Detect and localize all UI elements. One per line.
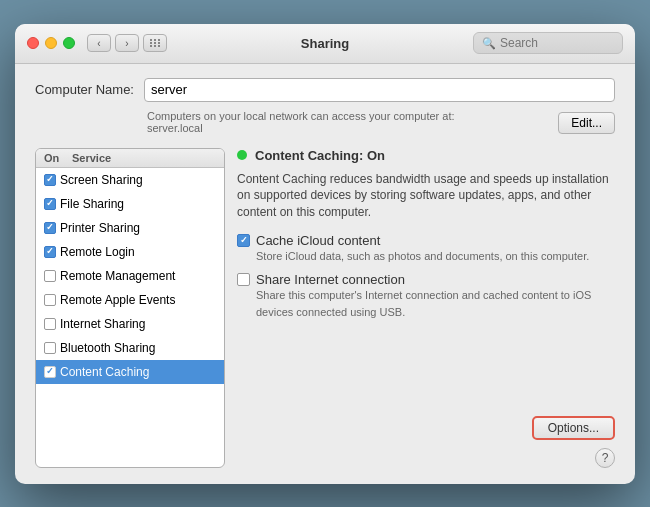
checkbox-content-caching[interactable]: ✓ bbox=[44, 366, 56, 378]
info-text: Computers on your local network can acce… bbox=[147, 110, 548, 134]
info-line2: server.local bbox=[147, 122, 203, 134]
option-text-icloud: Cache iCloud content Store iCloud data, … bbox=[256, 233, 615, 264]
checkbox-file-sharing[interactable]: ✓ bbox=[44, 198, 56, 210]
service-item-printer-sharing[interactable]: ✓ Printer Sharing bbox=[36, 216, 224, 240]
computer-name-input[interactable] bbox=[144, 78, 615, 102]
search-input[interactable] bbox=[500, 36, 614, 50]
grid-button[interactable] bbox=[143, 34, 167, 52]
status-dot bbox=[237, 150, 247, 160]
computer-name-row: Computer Name: bbox=[35, 78, 615, 102]
checkbox-bluetooth-sharing[interactable] bbox=[44, 342, 56, 354]
service-label-printer-sharing: Printer Sharing bbox=[60, 221, 140, 235]
checkbox-icloud[interactable]: ✓ bbox=[237, 234, 250, 247]
header-on: On bbox=[44, 152, 72, 164]
checkbox-internet[interactable] bbox=[237, 273, 250, 286]
option-row-icloud: ✓ Cache iCloud content Store iCloud data… bbox=[237, 233, 615, 264]
options-btn-row: Options... bbox=[237, 416, 615, 440]
option-label-internet: Share Internet connection bbox=[256, 272, 615, 287]
info-line1: Computers on your local network can acce… bbox=[147, 110, 455, 122]
option-text-internet: Share Internet connection Share this com… bbox=[256, 272, 615, 320]
checkbox-remote-management[interactable] bbox=[44, 270, 56, 282]
edit-button[interactable]: Edit... bbox=[558, 112, 615, 134]
minimize-button[interactable] bbox=[45, 37, 57, 49]
service-label-internet-sharing: Internet Sharing bbox=[60, 317, 145, 331]
nav-buttons: ‹ › bbox=[87, 34, 139, 52]
options-button[interactable]: Options... bbox=[532, 416, 615, 440]
service-item-file-sharing[interactable]: ✓ File Sharing bbox=[36, 192, 224, 216]
service-label-remote-apple-events: Remote Apple Events bbox=[60, 293, 175, 307]
help-btn-row: ? bbox=[237, 448, 615, 468]
checkbox-screen-sharing[interactable]: ✓ bbox=[44, 174, 56, 186]
service-label-remote-management: Remote Management bbox=[60, 269, 175, 283]
service-label-content-caching: Content Caching bbox=[60, 365, 149, 379]
service-label-remote-login: Remote Login bbox=[60, 245, 135, 259]
main-window: ‹ › Sharing 🔍 Computer Name: Computers o… bbox=[15, 24, 635, 484]
service-item-content-caching[interactable]: ✓ Content Caching bbox=[36, 360, 224, 384]
header-service: Service bbox=[72, 152, 111, 164]
computer-name-label: Computer Name: bbox=[35, 82, 134, 97]
service-item-bluetooth-sharing[interactable]: Bluetooth Sharing bbox=[36, 336, 224, 360]
service-item-remote-management[interactable]: Remote Management bbox=[36, 264, 224, 288]
right-panel: Content Caching: On Content Caching redu… bbox=[237, 148, 615, 468]
service-label-screen-sharing: Screen Sharing bbox=[60, 173, 143, 187]
checkbox-remote-login[interactable]: ✓ bbox=[44, 246, 56, 258]
search-box[interactable]: 🔍 bbox=[473, 32, 623, 54]
service-item-remote-apple-events[interactable]: Remote Apple Events bbox=[36, 288, 224, 312]
info-row: Computers on your local network can acce… bbox=[35, 110, 615, 134]
service-item-screen-sharing[interactable]: ✓ Screen Sharing bbox=[36, 168, 224, 192]
close-button[interactable] bbox=[27, 37, 39, 49]
services-list: On Service ✓ Screen Sharing ✓ File Shari… bbox=[35, 148, 225, 468]
checkbox-printer-sharing[interactable]: ✓ bbox=[44, 222, 56, 234]
help-button[interactable]: ? bbox=[595, 448, 615, 468]
status-row: Content Caching: On bbox=[237, 148, 615, 163]
forward-button[interactable]: › bbox=[115, 34, 139, 52]
checkmark-icloud: ✓ bbox=[240, 236, 248, 245]
content-area: Computer Name: Computers on your local n… bbox=[15, 64, 635, 484]
option-desc-internet: Share this computer's Internet connectio… bbox=[256, 289, 591, 317]
titlebar: ‹ › Sharing 🔍 bbox=[15, 24, 635, 64]
status-description: Content Caching reduces bandwidth usage … bbox=[237, 171, 615, 221]
window-title: Sharing bbox=[301, 36, 349, 51]
service-item-remote-login[interactable]: ✓ Remote Login bbox=[36, 240, 224, 264]
checkbox-remote-apple-events[interactable] bbox=[44, 294, 56, 306]
traffic-lights bbox=[27, 37, 75, 49]
service-label-bluetooth-sharing: Bluetooth Sharing bbox=[60, 341, 155, 355]
service-label-file-sharing: File Sharing bbox=[60, 197, 124, 211]
option-row-internet: Share Internet connection Share this com… bbox=[237, 272, 615, 320]
services-header: On Service bbox=[36, 149, 224, 168]
option-desc-icloud: Store iCloud data, such as photos and do… bbox=[256, 250, 589, 262]
fullscreen-button[interactable] bbox=[63, 37, 75, 49]
option-label-icloud: Cache iCloud content bbox=[256, 233, 615, 248]
back-button[interactable]: ‹ bbox=[87, 34, 111, 52]
status-title: Content Caching: On bbox=[255, 148, 385, 163]
service-item-internet-sharing[interactable]: Internet Sharing bbox=[36, 312, 224, 336]
checkbox-internet-sharing[interactable] bbox=[44, 318, 56, 330]
main-panel: On Service ✓ Screen Sharing ✓ File Shari… bbox=[35, 148, 615, 468]
search-icon: 🔍 bbox=[482, 37, 496, 50]
